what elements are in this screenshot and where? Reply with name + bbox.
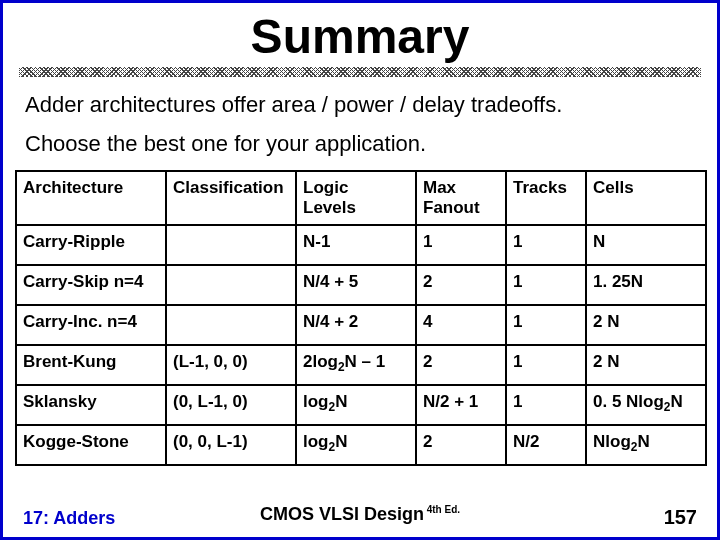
table-row: Carry-Skip n=4N/4 + 5211. 25N: [16, 265, 706, 305]
td-cells: 2 N: [586, 305, 706, 345]
th-levels: Levels: [303, 198, 356, 217]
td-tracks: 1: [506, 225, 586, 265]
td-cells: Nlog2N: [586, 425, 706, 465]
th-cells: Cells: [586, 171, 706, 225]
td-logic-levels: N/4 + 2: [296, 305, 416, 345]
td-max-fanout: 2: [416, 265, 506, 305]
title-underline: [19, 67, 701, 77]
td-max-fanout: 2: [416, 345, 506, 385]
footer-left: 17: Adders: [23, 508, 115, 529]
td-logic-levels: log2N: [296, 385, 416, 425]
footer-center-main: CMOS VLSI Design: [260, 504, 424, 524]
th-max-fanout: Max Fanout: [416, 171, 506, 225]
slide: Summary Adder architectures offer area /…: [0, 0, 720, 540]
footer-center: CMOS VLSI Design 4th Ed.: [260, 504, 460, 525]
td-classification: [166, 225, 296, 265]
td-max-fanout: N/2 + 1: [416, 385, 506, 425]
slide-title: Summary: [15, 13, 705, 61]
td-max-fanout: 4: [416, 305, 506, 345]
td-max-fanout: 1: [416, 225, 506, 265]
td-classification: [166, 305, 296, 345]
th-tracks: Tracks: [506, 171, 586, 225]
table-row: Brent-Kung(L-1, 0, 0)2log2N – 1212 N: [16, 345, 706, 385]
th-logic: Logic: [303, 178, 348, 197]
page-number: 157: [664, 506, 697, 529]
table-row: Carry-Inc. n=4N/4 + 2412 N: [16, 305, 706, 345]
td-tracks: N/2: [506, 425, 586, 465]
table-row: Kogge-Stone(0, 0, L-1)log2N2N/2Nlog2N: [16, 425, 706, 465]
td-tracks: 1: [506, 305, 586, 345]
td-tracks: 1: [506, 265, 586, 305]
td-tracks: 1: [506, 385, 586, 425]
td-cells: 0. 5 Nlog2N: [586, 385, 706, 425]
body-line-2: Choose the best one for your application…: [25, 130, 695, 159]
th-logic-levels: Logic Levels: [296, 171, 416, 225]
td-tracks: 1: [506, 345, 586, 385]
td-classification: (0, L-1, 0): [166, 385, 296, 425]
th-fanout: Fanout: [423, 198, 480, 217]
td-logic-levels: N/4 + 5: [296, 265, 416, 305]
td-classification: [166, 265, 296, 305]
td-logic-levels: 2log2N – 1: [296, 345, 416, 385]
td-architecture: Carry-Ripple: [16, 225, 166, 265]
td-cells: N: [586, 225, 706, 265]
table-row: Sklansky(0, L-1, 0)log2NN/2 + 110. 5 Nlo…: [16, 385, 706, 425]
td-architecture: Carry-Skip n=4: [16, 265, 166, 305]
td-architecture: Brent-Kung: [16, 345, 166, 385]
td-logic-levels: N-1: [296, 225, 416, 265]
body-line-1: Adder architectures offer area / power /…: [25, 91, 695, 120]
td-cells: 2 N: [586, 345, 706, 385]
table-header-row: Architecture Classification Logic Levels…: [16, 171, 706, 225]
footer-center-edition: 4th Ed.: [424, 504, 460, 515]
th-architecture: Architecture: [16, 171, 166, 225]
th-classification: Classification: [166, 171, 296, 225]
table-row: Carry-RippleN-111N: [16, 225, 706, 265]
th-max: Max: [423, 178, 456, 197]
td-logic-levels: log2N: [296, 425, 416, 465]
td-cells: 1. 25N: [586, 265, 706, 305]
td-architecture: Kogge-Stone: [16, 425, 166, 465]
footer: 17: Adders CMOS VLSI Design 4th Ed. 157: [15, 500, 705, 529]
td-classification: (L-1, 0, 0): [166, 345, 296, 385]
td-architecture: Carry-Inc. n=4: [16, 305, 166, 345]
td-max-fanout: 2: [416, 425, 506, 465]
td-architecture: Sklansky: [16, 385, 166, 425]
td-classification: (0, 0, L-1): [166, 425, 296, 465]
adder-table: Architecture Classification Logic Levels…: [15, 170, 707, 466]
